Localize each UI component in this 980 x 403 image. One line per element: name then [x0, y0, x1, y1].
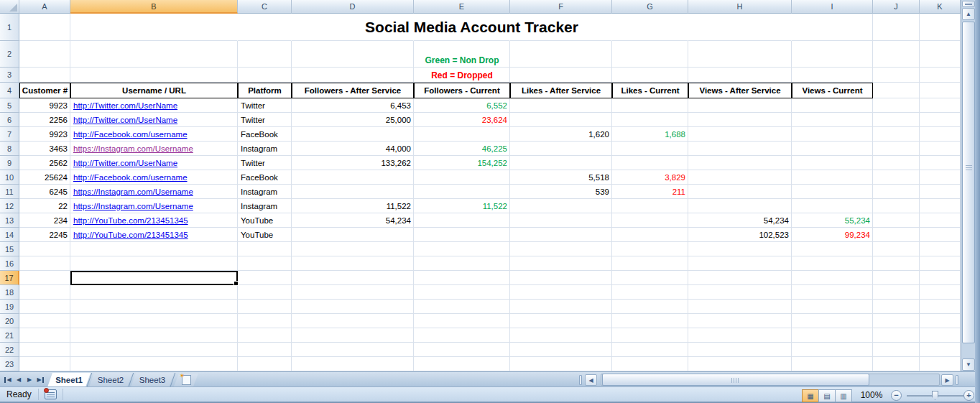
cell-F21[interactable] — [510, 328, 612, 343]
column-header-G[interactable]: G — [612, 0, 688, 14]
cell-A1[interactable] — [19, 14, 70, 41]
cell-B10[interactable]: http://Facebook.com/username — [70, 170, 238, 185]
cell-H16[interactable] — [688, 256, 792, 271]
cell-H4[interactable]: Views - After Service — [688, 83, 792, 98]
cell-K21[interactable] — [920, 328, 961, 343]
cell-I18[interactable] — [792, 285, 873, 300]
cell-B3[interactable] — [70, 68, 238, 83]
cell-F12[interactable] — [510, 199, 612, 213]
cell-K8[interactable] — [920, 142, 961, 156]
page-break-view-button[interactable]: ▥ — [835, 389, 852, 402]
cell-A9[interactable]: 2562 — [19, 156, 70, 170]
cell-J3[interactable] — [873, 68, 920, 83]
cell-C2[interactable] — [238, 41, 292, 68]
row-header-1[interactable]: 1 — [0, 14, 19, 41]
cell-E7[interactable] — [414, 127, 510, 142]
row-header-19[interactable]: 19 — [0, 300, 19, 314]
cell-J6[interactable] — [873, 113, 920, 127]
cell-K18[interactable] — [920, 285, 961, 300]
cell-A13[interactable]: 234 — [19, 213, 70, 228]
cell-A14[interactable]: 2245 — [19, 228, 70, 242]
cell-I9[interactable] — [792, 156, 873, 170]
cell-J5[interactable] — [873, 98, 920, 113]
cell-H20[interactable] — [688, 314, 792, 328]
cell-I7[interactable] — [792, 127, 873, 142]
cell-D2[interactable] — [292, 41, 414, 68]
cell-I4[interactable]: Views - Current — [792, 83, 873, 98]
cell-G4[interactable]: Likes - Current — [612, 83, 688, 98]
cell-B13[interactable]: http://YouTube.com/213451345 — [70, 213, 238, 228]
cell-I15[interactable] — [792, 242, 873, 256]
cell-D19[interactable] — [292, 300, 414, 314]
cell-G21[interactable] — [612, 328, 688, 343]
cell-J15[interactable] — [873, 242, 920, 256]
row-header-15[interactable]: 15 — [0, 242, 19, 256]
column-header-B[interactable]: B — [70, 0, 238, 14]
sheet-tab-sheet2[interactable]: Sheet2 — [89, 373, 132, 387]
zoom-in-button[interactable]: + — [963, 390, 974, 401]
row-header-16[interactable]: 16 — [0, 256, 19, 271]
cell-C6[interactable]: Twitter — [238, 113, 292, 127]
cell-E14[interactable] — [414, 228, 510, 242]
cell-C19[interactable] — [238, 300, 292, 314]
cell-E8[interactable]: 46,225 — [414, 142, 510, 156]
cell-D9[interactable]: 133,262 — [292, 156, 414, 170]
cell-C8[interactable]: Instagram — [238, 142, 292, 156]
row-header-10[interactable]: 10 — [0, 170, 19, 185]
row-header-20[interactable]: 20 — [0, 314, 19, 328]
cell-J21[interactable] — [873, 328, 920, 343]
row-header-9[interactable]: 9 — [0, 156, 19, 170]
cell-F16[interactable] — [510, 256, 612, 271]
cell-B23[interactable] — [70, 357, 238, 371]
cell-H15[interactable] — [688, 242, 792, 256]
cell-D18[interactable] — [292, 285, 414, 300]
column-header-J[interactable]: J — [873, 0, 920, 14]
cell-B4[interactable]: Username / URL — [70, 83, 238, 98]
cell-K20[interactable] — [920, 314, 961, 328]
scroll-up-button[interactable]: ▲ — [962, 8, 975, 20]
cell-H10[interactable] — [688, 170, 792, 185]
cell-G3[interactable] — [612, 68, 688, 83]
cell-I12[interactable] — [792, 199, 873, 213]
cell-A4[interactable]: Customer # — [19, 83, 70, 98]
cell-C3[interactable] — [238, 68, 292, 83]
hyperlink[interactable]: http://YouTube.com/213451345 — [73, 216, 188, 225]
horizontal-split-handle[interactable] — [579, 375, 582, 385]
cell-G15[interactable] — [612, 242, 688, 256]
hyperlink[interactable]: http://Twitter.com/UserName — [73, 116, 177, 124]
cell-H23[interactable] — [688, 357, 792, 371]
cell-J22[interactable] — [873, 343, 920, 357]
cell-G12[interactable] — [612, 199, 688, 213]
cell-F2[interactable] — [510, 41, 612, 68]
cell-F17[interactable] — [510, 271, 612, 285]
row-header-5[interactable]: 5 — [0, 98, 19, 113]
cell-J19[interactable] — [873, 300, 920, 314]
cell-C17[interactable] — [238, 271, 292, 285]
row-header-14[interactable]: 14 — [0, 228, 19, 242]
cell-K2[interactable] — [920, 41, 961, 68]
cell-J10[interactable] — [873, 170, 920, 185]
cell-D21[interactable] — [292, 328, 414, 343]
hyperlink[interactable]: http://Twitter.com/UserName — [73, 159, 177, 167]
cell-E18[interactable] — [414, 285, 510, 300]
cell-D10[interactable] — [292, 170, 414, 185]
sheet-tab-sheet3[interactable]: Sheet3 — [131, 373, 174, 387]
cell-I14[interactable]: 99,234 — [792, 228, 873, 242]
cell-C16[interactable] — [238, 256, 292, 271]
cell-K10[interactable] — [920, 170, 961, 185]
cell-D17[interactable] — [292, 271, 414, 285]
cell-G18[interactable] — [612, 285, 688, 300]
cell-A19[interactable] — [19, 300, 70, 314]
cell-K11[interactable] — [920, 185, 961, 199]
cell-E22[interactable] — [414, 343, 510, 357]
cell-J23[interactable] — [873, 357, 920, 371]
cell-H2[interactable] — [688, 41, 792, 68]
cell-F14[interactable] — [510, 228, 612, 242]
cell-J13[interactable] — [873, 213, 920, 228]
row-header-23[interactable]: 23 — [0, 357, 19, 371]
cell-G5[interactable] — [612, 98, 688, 113]
cell-E17[interactable] — [414, 271, 510, 285]
cell-J9[interactable] — [873, 156, 920, 170]
column-header-F[interactable]: F — [510, 0, 612, 14]
cell-B11[interactable]: https://Instagram.com/Username — [70, 185, 238, 199]
